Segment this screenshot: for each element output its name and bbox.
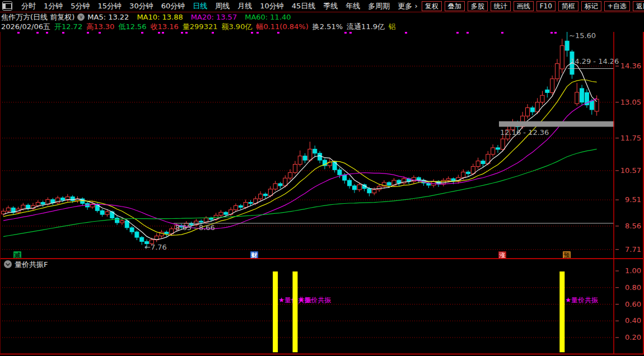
menu-item-多周期[interactable]: 多周期 xyxy=(364,0,394,12)
candle-body xyxy=(530,107,534,111)
event-dot xyxy=(62,32,64,34)
quote-field: 量299321 xyxy=(183,22,218,32)
menu-item-15分钟[interactable]: 15分钟 xyxy=(94,0,126,12)
sub-axis-label: 0.80 xyxy=(625,283,641,292)
event-dot xyxy=(405,32,407,34)
event-dot xyxy=(277,32,279,34)
menu-item-分时[interactable]: 分时 xyxy=(17,0,40,12)
toolbar-button-统计[interactable]: 统计 xyxy=(491,1,511,11)
menu-item-30分钟[interactable]: 30分钟 xyxy=(125,0,157,12)
toolbar-button-叠加[interactable]: 叠加 xyxy=(445,1,465,11)
menu-item-45日线[interactable]: 45日线 xyxy=(288,0,320,12)
signal-bar xyxy=(273,271,278,352)
event-dot xyxy=(466,32,469,34)
candle-body xyxy=(293,164,297,172)
toolbar-button-画线[interactable]: 画线 xyxy=(514,1,534,11)
menu-item-10分钟[interactable]: 10分钟 xyxy=(256,0,288,12)
candle-body xyxy=(224,212,228,214)
sub-axis-label: 0.40 xyxy=(625,316,641,325)
candle-body xyxy=(446,179,450,180)
toolbar-button-返回[interactable]: 返回 xyxy=(633,1,644,11)
candle-body xyxy=(540,95,544,102)
event-dot xyxy=(162,32,164,34)
period-menu: 分时1分钟5分钟15分钟30分钟60分钟日线周线月线10分钟45日线季线年线多周… xyxy=(15,0,422,12)
event-dot xyxy=(141,32,143,34)
chevron-down-circle-icon[interactable]: ∨ xyxy=(77,13,85,21)
toolbar-button-+自选[interactable]: +自选 xyxy=(604,1,630,11)
window-layout-icon[interactable] xyxy=(2,1,12,11)
ma-value: MA10: 13.88 xyxy=(137,13,183,21)
menu-item-更多 ›[interactable]: 更多 › xyxy=(394,0,421,12)
event-dot xyxy=(256,32,259,34)
toolbar-button-简框[interactable]: 简框 xyxy=(558,1,578,11)
signal-bar xyxy=(292,271,297,352)
ma-value: MA5: 13.22 xyxy=(87,13,129,21)
candle-body xyxy=(140,237,144,241)
candle-body xyxy=(352,186,356,190)
candle-body xyxy=(278,184,282,186)
price-axis-label: 13.05 xyxy=(620,98,641,106)
candle-body xyxy=(100,210,104,214)
toolbar-button-标记[interactable]: 标记 xyxy=(581,1,601,11)
candle-body xyxy=(387,182,391,185)
signal-label: ★量价共振 xyxy=(298,296,331,304)
candle-body xyxy=(130,228,134,232)
candle-body xyxy=(471,166,475,174)
candle-body xyxy=(441,180,445,184)
candle-body xyxy=(555,64,559,79)
price-annotation: ~15.60 xyxy=(569,32,596,40)
toolbar-button-复权[interactable]: 复权 xyxy=(422,1,442,11)
event-dot xyxy=(181,32,183,34)
candle-body xyxy=(367,189,371,193)
quote-field: 2026/02/06五 xyxy=(1,22,50,32)
event-dot xyxy=(87,32,89,34)
candle-body xyxy=(560,46,564,69)
candle-body xyxy=(313,149,317,153)
quote-field: 开12.72 xyxy=(54,22,82,32)
menu-item-日线[interactable]: 日线 xyxy=(189,0,211,12)
collapse-circle-icon[interactable] xyxy=(4,260,12,268)
candle-body xyxy=(120,221,124,223)
toolbar-button-F10[interactable]: F10 xyxy=(536,1,556,11)
toolbar-button-多股[interactable]: 多股 xyxy=(468,1,488,11)
event-dot xyxy=(17,32,20,34)
event-dot xyxy=(554,32,557,34)
candle-body xyxy=(338,170,342,175)
candle-body xyxy=(6,208,10,211)
menu-item-月线[interactable]: 月线 xyxy=(234,0,256,12)
menu-item-年线[interactable]: 年线 xyxy=(342,0,364,12)
price-axis-label: 8.56 xyxy=(625,222,641,230)
price-axis-label: 9.51 xyxy=(625,195,641,204)
sub-axis-label: 0.20 xyxy=(625,333,641,341)
event-dot xyxy=(456,32,459,34)
menu-item-周线[interactable]: 周线 xyxy=(211,0,234,12)
menu-item-5分钟[interactable]: 5分钟 xyxy=(67,0,94,12)
candle-body xyxy=(535,102,539,112)
event-dot xyxy=(212,32,214,34)
quote-field: 额3.90亿 xyxy=(221,22,252,32)
signal-bar xyxy=(559,271,564,352)
menu-item-1分钟[interactable]: 1分钟 xyxy=(40,0,67,12)
candle-body xyxy=(343,175,347,180)
candle-body xyxy=(41,202,45,204)
sub-axis-label: 1.00 xyxy=(625,266,641,275)
candle-body xyxy=(565,41,569,50)
quote-field: 高13.30 xyxy=(86,22,114,32)
menu-item-60分钟[interactable]: 60分钟 xyxy=(157,0,189,12)
quote-info-bar: 2026/02/06五开12.72高13.30低12.56收13.16量2993… xyxy=(1,22,400,31)
candle-body xyxy=(357,185,361,190)
candle-body xyxy=(36,202,40,205)
candle-body xyxy=(105,212,109,214)
indicator-name[interactable]: 量价共振F xyxy=(15,260,48,269)
stock-title[interactable]: 焦作万方(日线 前复权) xyxy=(1,12,74,22)
price-axis-label: 11.75 xyxy=(620,134,641,142)
event-dot xyxy=(46,32,48,34)
candle-body xyxy=(476,161,480,167)
event-dot xyxy=(158,32,160,34)
event-dot xyxy=(251,32,253,34)
kline-chart[interactable]: 14.3613.0511.7510.579.518.567.71~15.6014… xyxy=(0,32,644,356)
candle-body xyxy=(71,197,74,201)
candle-body xyxy=(283,178,287,186)
menu-item-季线[interactable]: 季线 xyxy=(319,0,342,12)
event-dot xyxy=(99,32,101,34)
